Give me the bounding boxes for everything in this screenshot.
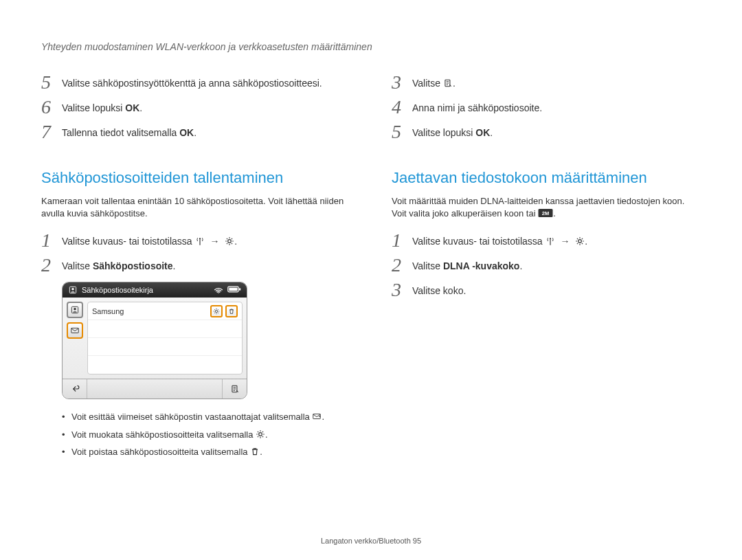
- new-note-button[interactable]: [222, 379, 247, 399]
- step-number: 2: [392, 256, 412, 275]
- ui-title: Sähköpostiosoitekirja: [82, 286, 153, 294]
- text-fragment: Voit muokata sähköpostiosoitteita valits…: [71, 429, 256, 440]
- text-fragment: Valitse: [412, 78, 443, 89]
- back-button[interactable]: [63, 379, 87, 399]
- antenna-icon: [195, 236, 205, 246]
- footer-label: Langaton verkko/Bluetooth: [321, 537, 413, 545]
- arrow-icon: →: [557, 236, 572, 247]
- step-number: 5: [392, 122, 412, 142]
- edit-gear-button[interactable]: [210, 305, 223, 317]
- text-fragment: Valitse kuvaus- tai toistotilassa: [412, 236, 546, 247]
- step-number: 3: [392, 73, 412, 92]
- step-text: Valitse Sähköpostiosoite.: [62, 256, 175, 273]
- text-fragment: .: [490, 127, 493, 138]
- text-fragment: Tallenna tiedot valitsemalla: [62, 127, 179, 138]
- bold-label: DLNA -kuvakoko: [443, 260, 520, 271]
- list-item[interactable]: Samsung: [88, 302, 242, 320]
- step-text: Anna nimi ja sähköpostiosoite.: [412, 98, 542, 115]
- battery-icon: [227, 285, 241, 293]
- step-number: 1: [41, 231, 62, 250]
- step-number: 5: [41, 73, 62, 92]
- step-number: 7: [41, 122, 62, 142]
- antenna-icon: [546, 236, 555, 246]
- spacer: [87, 379, 222, 399]
- text-fragment: .: [194, 127, 196, 138]
- list-item: [88, 338, 242, 356]
- step-number: 3: [392, 280, 412, 300]
- section-title-filesize: Jaettavan tiedostokoon määrittäminen: [392, 169, 701, 187]
- step-number: 1: [392, 231, 412, 250]
- text-fragment: Valitse kuvaus- tai toistotilassa: [62, 236, 195, 247]
- bold-label: Sähköpostiosoite: [93, 260, 173, 271]
- page-header: Yhteyden muodostaminen WLAN-verkkoon ja …: [41, 41, 701, 52]
- address-list: Samsung: [87, 302, 243, 374]
- step-text: Valitse sähköpostinsyöttökenttä ja anna …: [62, 73, 322, 91]
- text-fragment: Valitse: [412, 260, 443, 271]
- text-fragment: Valitse: [62, 260, 93, 271]
- step-number: 4: [392, 98, 412, 117]
- note-icon: [443, 78, 453, 88]
- signal-icon: [214, 285, 223, 295]
- text-fragment: Voit poistaa sähköpostiosoitteita valits…: [71, 447, 250, 457]
- left-column: 5 Valitse sähköpostinsyöttökenttä ja ann…: [41, 73, 350, 463]
- bullet-item: Voit poistaa sähköpostiosoitteita valits…: [62, 445, 350, 459]
- tab-contacts[interactable]: [67, 302, 83, 318]
- bullet-item: Voit esittää viimeiset sähköpostin vasta…: [62, 410, 350, 424]
- gear-icon: [256, 429, 265, 439]
- trash-icon: [250, 447, 260, 456]
- section-title-email-storage: Sähköpostiosoitteiden tallentaminen: [41, 169, 350, 187]
- list-item: [88, 356, 242, 374]
- step-text: Valitse .: [412, 73, 456, 91]
- list-item-label: Samsung: [92, 307, 124, 315]
- bullet-item: Voit muokata sähköpostiosoitteita valits…: [62, 428, 350, 442]
- section-desc: Voit määrittää muiden DLNA-laitteiden ka…: [392, 195, 701, 220]
- section-desc: Kameraan voit tallentaa enintään 10 sähk…: [41, 195, 350, 220]
- list-item: [88, 320, 242, 338]
- step-text: Valitse lopuksi OK.: [62, 98, 142, 115]
- two-megapixel-icon: [538, 209, 553, 217]
- gear-icon: [225, 236, 234, 246]
- text-fragment: .: [139, 102, 142, 113]
- step-text: Valitse kuvaus- tai toistotilassa → .: [62, 231, 237, 249]
- delete-trash-button[interactable]: [225, 305, 238, 317]
- right-column: 3 Valitse . 4 Anna nimi ja sähköpostioso…: [392, 73, 701, 463]
- step-text: Valitse DLNA -kuvakoko.: [412, 256, 522, 273]
- gear-icon: [575, 236, 585, 246]
- text-fragment: Valitse lopuksi: [412, 127, 475, 138]
- contact-icon: [68, 285, 78, 295]
- tab-email[interactable]: [67, 322, 83, 339]
- text-fragment: .: [519, 260, 522, 271]
- page-number: 95: [413, 537, 421, 545]
- arrow-icon: →: [207, 236, 222, 247]
- text-fragment: Voit esittää viimeiset sähköpostin vasta…: [71, 412, 312, 422]
- ok-label: OK: [125, 102, 139, 113]
- text-fragment: Valitse lopuksi: [62, 102, 125, 113]
- text-fragment: .: [173, 260, 176, 271]
- ui-screenshot-addressbook: Sähköpostiosoitekirja Samsung: [62, 282, 247, 399]
- step-text: Valitse koko.: [412, 280, 466, 298]
- step-text: Tallenna tiedot valitsemalla OK.: [62, 122, 196, 140]
- ok-label: OK: [179, 127, 194, 138]
- step-text: Valitse lopuksi OK.: [412, 122, 493, 140]
- page-footer: Langaton verkko/Bluetooth 95: [0, 537, 742, 545]
- ok-label: OK: [475, 127, 490, 138]
- step-text: Valitse kuvaus- tai toistotilassa → .: [412, 231, 587, 249]
- step-number: 6: [41, 98, 62, 117]
- envelope-recent-icon: [312, 412, 322, 421]
- step-number: 2: [41, 256, 62, 275]
